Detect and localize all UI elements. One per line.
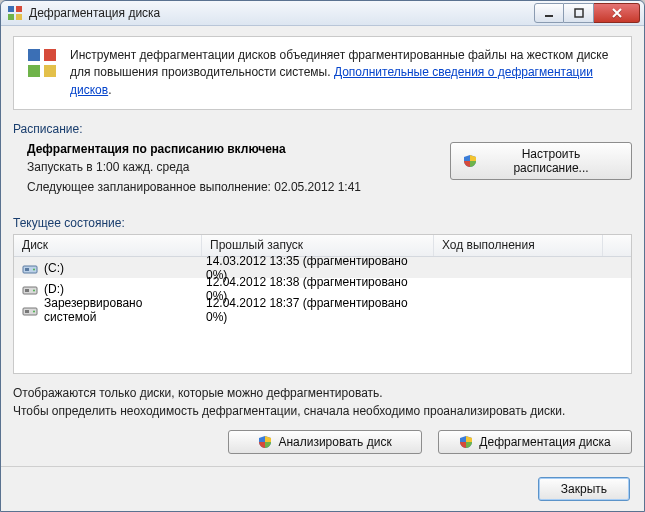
disk-name: Зарезервировано системой [44,296,198,324]
close-button-label: Закрыть [561,482,607,496]
info-text-suffix: . [108,83,111,97]
svg-rect-0 [8,6,14,12]
col-spacer [603,235,631,256]
disk-last-run: 12.04.2012 18:37 (фрагментировано 0%) [202,296,434,324]
svg-point-18 [33,310,35,312]
svg-rect-14 [25,289,29,292]
svg-rect-1 [16,6,22,12]
svg-rect-11 [25,268,29,271]
close-window-button[interactable] [594,3,640,23]
configure-schedule-label: Настроить расписание... [483,147,619,175]
drive-icon [22,302,38,318]
svg-rect-2 [8,14,14,20]
analyze-disk-label: Анализировать диск [278,435,391,449]
disk-name: (C:) [44,261,64,275]
configure-schedule-button[interactable]: Настроить расписание... [450,142,632,180]
svg-point-15 [33,289,35,291]
current-state-label: Текущее состояние: [13,216,632,230]
svg-rect-5 [575,9,583,17]
analyze-disk-button[interactable]: Анализировать диск [228,430,422,454]
footer-bar: Закрыть [1,466,644,511]
schedule-status-title: Дефрагментация по расписанию включена [27,142,430,156]
svg-rect-9 [44,65,56,77]
titlebar[interactable]: Дефрагментация диска [1,1,644,26]
schedule-details: Дефрагментация по расписанию включена За… [27,142,430,200]
svg-rect-7 [44,49,56,61]
defragment-disk-label: Дефрагментация диска [479,435,610,449]
schedule-section-label: Расписание: [13,122,632,136]
defragment-disk-button[interactable]: Дефрагментация диска [438,430,632,454]
note-line-2: Чтобы определить неоходимость дефрагмент… [13,402,632,420]
schedule-area: Дефрагментация по расписанию включена За… [13,136,632,204]
col-disk[interactable]: Диск [14,235,202,256]
window-frame: Дефрагментация диска [0,0,645,512]
shield-icon [258,435,272,449]
svg-rect-6 [28,49,40,61]
action-buttons-row: Анализировать диск Дефрагментация диска [13,430,632,454]
minimize-button[interactable] [534,3,564,23]
col-progress[interactable]: Ход выполнения [434,235,603,256]
defrag-program-icon [26,47,58,82]
shield-icon [459,435,473,449]
disk-table: Диск Прошлый запуск Ход выполнения (C:) … [13,234,632,374]
note-line-1: Отображаются только диски, которые можно… [13,384,632,402]
svg-point-12 [33,268,35,270]
window-title: Дефрагментация диска [29,6,534,20]
info-panel: Инструмент дефрагментации дисков объедин… [13,36,632,110]
table-body: (C:) 14.03.2012 13:35 (фрагментировано 0… [14,257,631,320]
table-row[interactable]: Зарезервировано системой 12.04.2012 18:3… [14,299,631,320]
schedule-next-line: Следующее запланированное выполнение: 02… [27,180,430,194]
notes-text: Отображаются только диски, которые можно… [13,384,632,420]
close-button[interactable]: Закрыть [538,477,630,501]
app-icon [7,5,23,21]
info-text: Инструмент дефрагментации дисков объедин… [70,47,619,99]
shield-icon [463,154,477,168]
content-area: Инструмент дефрагментации дисков объедин… [1,26,644,466]
svg-rect-8 [28,65,40,77]
schedule-run-line: Запускать в 1:00 кажд. среда [27,160,430,174]
drive-icon [22,260,38,276]
svg-rect-17 [25,310,29,313]
svg-rect-4 [545,15,553,17]
svg-rect-3 [16,14,22,20]
drive-icon [22,281,38,297]
window-controls [534,3,640,23]
disk-name: (D:) [44,282,64,296]
maximize-button[interactable] [564,3,594,23]
